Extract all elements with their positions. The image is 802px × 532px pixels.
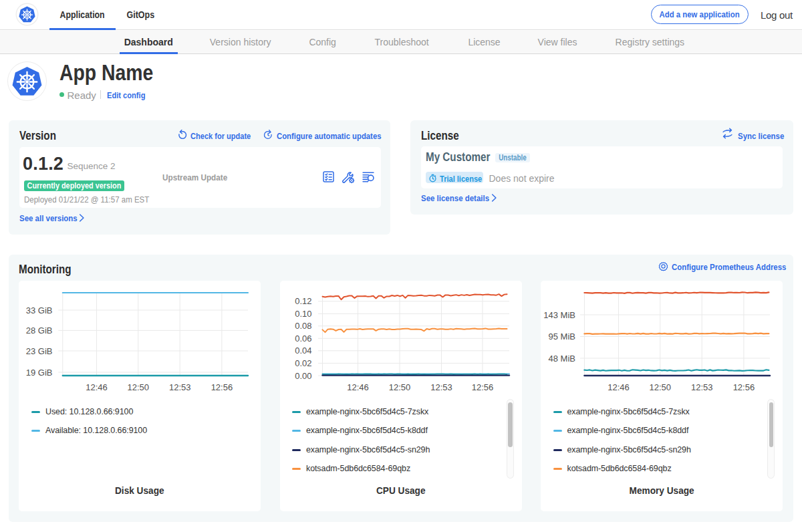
svg-text:12:53: 12:53 — [691, 382, 713, 392]
svg-text:12:53: 12:53 — [169, 382, 191, 392]
svg-text:48 MiB: 48 MiB — [549, 354, 575, 364]
svg-text:23 GiB: 23 GiB — [26, 346, 53, 356]
svg-text:0.12: 0.12 — [295, 296, 311, 306]
svg-text:0.02: 0.02 — [295, 358, 311, 368]
svg-text:33 GiB: 33 GiB — [26, 305, 53, 315]
svg-text:95 MiB: 95 MiB — [549, 331, 575, 342]
svg-text:12:50: 12:50 — [128, 382, 150, 392]
svg-text:12:50: 12:50 — [388, 382, 410, 392]
svg-text:0.04: 0.04 — [295, 346, 311, 356]
svg-text:0.00: 0.00 — [295, 371, 311, 381]
svg-text:12:53: 12:53 — [430, 382, 452, 392]
svg-text:0.06: 0.06 — [295, 334, 311, 344]
svg-text:12:46: 12:46 — [608, 382, 630, 392]
svg-text:12:46: 12:46 — [347, 382, 369, 392]
svg-text:19 GiB: 19 GiB — [26, 368, 53, 378]
svg-text:12:50: 12:50 — [650, 382, 672, 392]
svg-text:12:46: 12:46 — [86, 382, 108, 392]
svg-text:12:56: 12:56 — [733, 382, 755, 392]
svg-text:28 GiB: 28 GiB — [26, 325, 53, 336]
svg-text:143 MiB: 143 MiB — [543, 310, 575, 320]
svg-text:0.08: 0.08 — [295, 321, 311, 331]
svg-text:0.10: 0.10 — [295, 309, 311, 319]
svg-text:12:56: 12:56 — [471, 382, 493, 392]
svg-text:12:56: 12:56 — [211, 382, 233, 392]
